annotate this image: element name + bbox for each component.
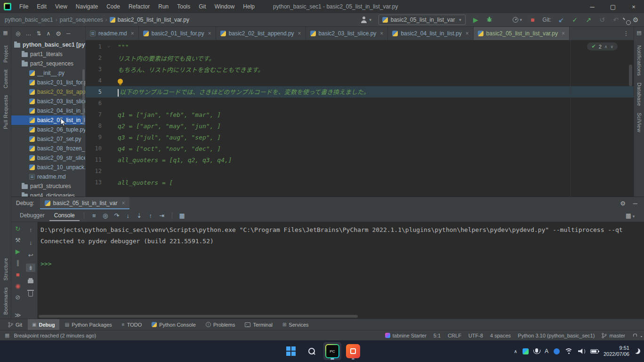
editor-line[interactable]: 11all_quoters = [q1, q2, q3, q4,] bbox=[86, 154, 634, 165]
tree-row-file[interactable]: basic2_02_list_append.py bbox=[11, 87, 85, 97]
tab-basic2-05-active[interactable]: basic2_05_list_in_list_var.py× bbox=[474, 27, 570, 40]
stripe-bookmarks[interactable]: Bookmarks bbox=[3, 287, 8, 315]
tab-basic2-03[interactable]: basic2_03_list_slice.py× bbox=[306, 27, 388, 40]
menu-view[interactable]: View bbox=[51, 0, 72, 13]
menu-git[interactable]: Git bbox=[194, 0, 210, 13]
tree-row-file[interactable]: basic2_01_list_for.py bbox=[11, 78, 85, 87]
user-menu[interactable]: ▼ bbox=[361, 16, 372, 23]
tray-app-icon[interactable] bbox=[523, 348, 529, 354]
tree-row-file[interactable]: basic2_06_tuple.py bbox=[11, 125, 85, 134]
stop-icon[interactable]: ■ bbox=[13, 271, 23, 278]
editor-line[interactable]: 2リスト内の要素は何でも良いです。 bbox=[86, 52, 634, 64]
toolwindow-python-console[interactable]: Python Console bbox=[147, 319, 200, 330]
tab-basic2-02[interactable]: basic2_02_list_append.py× bbox=[216, 27, 306, 40]
menu-navigate[interactable]: Navigate bbox=[72, 0, 102, 13]
fold-marker-icon[interactable]: ˅ bbox=[102, 44, 116, 49]
tab-options-icon[interactable]: ⋮ bbox=[619, 27, 634, 40]
stripe-structure[interactable]: Structure bbox=[3, 258, 8, 280]
editor-line[interactable]: 9q3 = ["jul", "aug", "sep", ] bbox=[86, 132, 634, 143]
resume-icon[interactable]: ▶ bbox=[13, 248, 23, 255]
wifi-icon[interactable] bbox=[565, 348, 573, 354]
close-icon[interactable]: × bbox=[131, 30, 134, 37]
tab-basic2-04[interactable]: basic2_04_list_in_list.py× bbox=[388, 27, 473, 40]
rollback-button[interactable]: ↶ bbox=[612, 16, 620, 24]
hide-panel-icon[interactable]: ─ bbox=[66, 30, 71, 37]
layout-settings-icon[interactable]: ▦▼ bbox=[626, 212, 640, 219]
toolwindow-debug[interactable]: ▣Debug bbox=[28, 319, 59, 330]
line-separator[interactable]: CRLF bbox=[448, 333, 461, 338]
stripe-pull-requests[interactable]: Pull Requests bbox=[3, 95, 8, 129]
toolwindow-todo[interactable]: ≡TODO bbox=[118, 319, 146, 330]
console-prompt[interactable]: >>> bbox=[40, 258, 642, 270]
editor-line[interactable]: 4 bbox=[86, 75, 634, 86]
step-over-icon[interactable]: ↷ bbox=[111, 212, 122, 219]
breadcrumb-project[interactable]: python_basic_sec1 bbox=[5, 16, 53, 23]
stripe-sciview[interactable]: SciView bbox=[636, 113, 642, 132]
collapse-all-icon[interactable]: ∧ bbox=[47, 30, 51, 37]
tree-row-file[interactable]: basic2_03_list_slice.py bbox=[11, 97, 85, 106]
update-project-button[interactable]: ↙ bbox=[557, 16, 565, 24]
vertical-scrollbar[interactable] bbox=[82, 69, 85, 125]
pause-icon[interactable]: ∥ bbox=[13, 259, 23, 266]
blue-circle-icon[interactable] bbox=[554, 348, 560, 354]
clear-all-icon[interactable] bbox=[26, 289, 35, 297]
python-interpreter[interactable]: Python 3.10 (python_basic_sec1) bbox=[518, 333, 595, 338]
breadcrumb-file[interactable]: basic2_05_list_in_list_var.py bbox=[110, 16, 189, 23]
horizontal-scrollbar[interactable] bbox=[39, 315, 358, 318]
tree-row-file[interactable]: readme.md bbox=[11, 172, 85, 181]
ime-mode[interactable]: A bbox=[545, 348, 548, 354]
intention-bulb-icon[interactable] bbox=[118, 79, 123, 84]
editor-line[interactable]: 1˅""" bbox=[86, 41, 634, 52]
close-icon[interactable]: × bbox=[562, 30, 565, 37]
breadcrumb-package[interactable]: part2_sequences bbox=[60, 16, 103, 23]
step-out-icon[interactable]: ↑ bbox=[145, 212, 156, 219]
indent-setting[interactable]: 4 spaces bbox=[490, 333, 511, 338]
scroll-to-end-icon[interactable]: ⇟ bbox=[26, 263, 35, 272]
stop-button[interactable]: ■ bbox=[529, 16, 536, 24]
file-encoding[interactable]: UTF-8 bbox=[468, 333, 483, 338]
status-message[interactable]: Breakpoint reached (2 minutes ago) bbox=[14, 333, 96, 338]
toolwindow-git[interactable]: Git bbox=[4, 319, 26, 330]
soft-wrap-icon[interactable]: ↩ bbox=[26, 251, 35, 259]
tool-windows-icon[interactable]: ▦ bbox=[5, 332, 9, 338]
step-into-my-code-icon[interactable]: ⇣ bbox=[134, 212, 145, 219]
stripe-commit[interactable]: Commit bbox=[3, 69, 8, 88]
up-icon[interactable]: ↑ bbox=[26, 225, 35, 234]
stripe-notifications[interactable]: Notifications bbox=[636, 45, 642, 76]
editor-line-current[interactable]: 5以下のサンプルコードでは、さきほどのサンプルコードを、変数を使って書き換えまし… bbox=[86, 86, 634, 98]
battery-icon[interactable] bbox=[590, 349, 598, 354]
menu-refactor[interactable]: Refactor bbox=[124, 0, 154, 13]
tree-row-folder[interactable]: part1_literals bbox=[11, 49, 85, 59]
taskbar-search-button[interactable] bbox=[303, 342, 321, 360]
menu-file[interactable]: File bbox=[15, 0, 32, 13]
tree-row-file[interactable]: basic2_10_unpack.py bbox=[11, 163, 85, 172]
close-icon[interactable]: × bbox=[121, 200, 125, 206]
settings-gear-icon[interactable]: ⚙ bbox=[56, 30, 61, 37]
tree-row-folder[interactable]: part2_sequences bbox=[11, 59, 85, 68]
toolwindow-services[interactable]: ⊞Services bbox=[278, 319, 313, 330]
history-button[interactable]: ↺ bbox=[598, 16, 606, 24]
threads-icon[interactable]: ≡ bbox=[89, 212, 100, 219]
select-opened-file-icon[interactable]: ◎ bbox=[16, 30, 20, 37]
taskbar-orange-app-button[interactable] bbox=[344, 342, 362, 360]
tree-row-file[interactable]: basic2_04_list_in_list.py bbox=[11, 106, 85, 115]
more-options-icon[interactable]: … bbox=[25, 30, 31, 37]
close-icon[interactable]: × bbox=[298, 30, 301, 37]
close-icon[interactable]: × bbox=[466, 30, 469, 37]
debug-console[interactable]: D:\projects\python_basic_sec1\venv\Scrip… bbox=[38, 222, 644, 319]
editor-line[interactable]: 3もちろん、リスト内にリストを含むこともできます。 bbox=[86, 64, 634, 75]
tree-row-file[interactable]: basic2_07_set.py bbox=[11, 134, 85, 144]
hidden-actions-icon[interactable]: ≫ bbox=[13, 312, 23, 319]
settings-gear-icon[interactable]: ⚙ bbox=[632, 16, 639, 24]
menu-help[interactable]: Help bbox=[239, 0, 259, 13]
tree-row-file[interactable]: basic2_09_str_slice.py bbox=[11, 153, 85, 163]
print-icon[interactable] bbox=[26, 276, 35, 285]
editor-line[interactable]: 7q1 = ["jan", "feb", "mar", ] bbox=[86, 109, 634, 120]
tree-row-file[interactable]: __init__.py bbox=[11, 68, 85, 78]
notification-moon-icon[interactable] bbox=[635, 348, 640, 354]
run-to-cursor-icon[interactable]: ⇥ bbox=[156, 212, 168, 219]
minimize-button[interactable]: ─ bbox=[582, 0, 603, 13]
close-button[interactable]: × bbox=[623, 0, 644, 13]
hide-panel-icon[interactable]: ─ bbox=[633, 200, 637, 207]
editor-line[interactable]: 8q2 = ["apr", "may", "jun", ] bbox=[86, 120, 634, 132]
